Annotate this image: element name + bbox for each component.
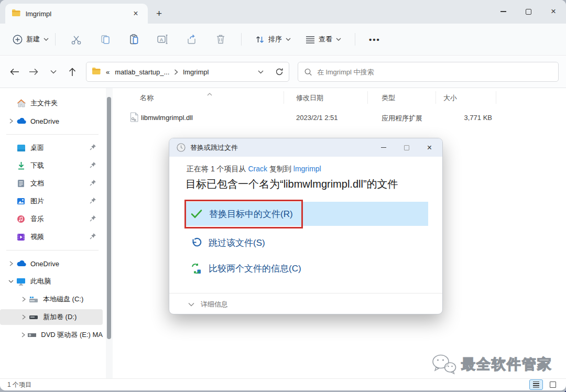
breadcrumb-overflow[interactable]: « [106, 68, 110, 76]
delete-button[interactable] [206, 29, 235, 50]
dialog-close-button[interactable]: × [427, 143, 432, 153]
sidebar-item-videos[interactable]: 视频 [0, 229, 103, 245]
sidebar-item-desktop[interactable]: 桌面 [0, 140, 103, 156]
column-divider[interactable] [436, 91, 436, 104]
forward-button[interactable] [25, 64, 42, 80]
sidebar-item-label: 音乐 [30, 214, 44, 224]
dvd-drive-icon [27, 332, 37, 337]
sort-button[interactable]: 排序 [248, 35, 298, 44]
sidebar-item-pictures[interactable]: 图片 [0, 193, 103, 209]
chevron-down-icon[interactable] [6, 280, 16, 284]
close-button[interactable]: × [541, 0, 566, 23]
column-header-modified[interactable]: 修改日期 [296, 93, 323, 103]
check-icon [191, 209, 202, 219]
chevron-down-icon [286, 38, 291, 41]
up-button[interactable] [64, 64, 81, 80]
sort-button-label: 排序 [268, 35, 282, 44]
drive-d-icon [28, 315, 39, 320]
minimize-button[interactable] [491, 0, 516, 23]
sidebar-item-documents[interactable]: 文档 [0, 176, 103, 191]
dialog-headline: 目标已包含一个名为“libmwlmgrimpl.dll”的文件 [186, 177, 398, 191]
toolbar-divider [241, 33, 242, 46]
recent-locations-button[interactable] [45, 64, 62, 80]
column-divider[interactable] [496, 91, 496, 104]
search-box[interactable] [298, 62, 559, 82]
chevron-right-icon[interactable] [6, 261, 16, 266]
share-button[interactable] [177, 29, 206, 50]
sidebar-scrollbar[interactable] [106, 88, 113, 378]
back-button[interactable] [6, 64, 23, 80]
new-button[interactable]: 新建 [13, 35, 49, 45]
column-divider[interactable] [367, 91, 368, 104]
sidebar-item-onedrive[interactable]: OneDrive [0, 113, 103, 129]
column-header-type[interactable]: 类型 [382, 93, 395, 103]
plus-circle-icon [13, 35, 23, 45]
rename-button[interactable]: A [148, 29, 177, 50]
sidebar-item-onedrive-2[interactable]: OneDrive [0, 256, 103, 271]
column-header-size[interactable]: 大小 [443, 93, 457, 103]
sidebar-item-local-disk-c[interactable]: 本地磁盘 (C:) [0, 291, 103, 307]
toolbar-divider [55, 33, 56, 46]
replace-file-option[interactable]: 替换目标中的文件(R) [186, 202, 428, 226]
compare-icon [191, 263, 202, 274]
screen: lmgrimpl × + × 新建 [0, 0, 566, 392]
sort-ascending-icon [207, 89, 212, 98]
sidebar-item-label: 主文件夹 [30, 99, 58, 108]
dialog-controls: × [381, 143, 432, 153]
pin-icon [90, 161, 96, 170]
copy-dest-link[interactable]: lmgrimpl [293, 165, 321, 173]
rename-icon: A [157, 35, 169, 44]
paste-button[interactable] [119, 29, 148, 50]
navigation-bar: « matlab_startup_... lmgrimpl [0, 56, 566, 88]
skip-file-option[interactable]: 跳过该文件(S) [186, 234, 265, 251]
cut-button[interactable] [62, 29, 91, 50]
scrollbar-thumb[interactable] [107, 97, 111, 339]
details-label: 详细信息 [201, 300, 228, 309]
skip-option-label: 跳过该文件(S) [209, 237, 265, 249]
dialog-maximize-button[interactable] [404, 145, 409, 150]
search-icon [304, 68, 312, 76]
status-bar: 1 个项目 [0, 378, 566, 390]
details-expander[interactable]: 详细信息 [169, 293, 442, 314]
sidebar-item-label: OneDrive [30, 260, 59, 268]
chevron-right-icon[interactable] [19, 314, 28, 320]
sidebar-item-music[interactable]: 音乐 [0, 211, 103, 227]
chevron-right-icon[interactable] [19, 297, 28, 302]
new-tab-button[interactable]: + [156, 8, 162, 19]
tab-close-icon[interactable]: × [130, 9, 142, 18]
refresh-icon[interactable] [275, 68, 284, 76]
file-size: 3,771 KB [434, 114, 492, 122]
file-row[interactable]: libmwlmgrimpl.dll 2023/2/1 2:51 应用程序扩展 3… [113, 110, 566, 127]
sidebar-item-home[interactable]: 主文件夹 [0, 95, 103, 111]
chevron-right-icon[interactable] [19, 332, 27, 337]
search-input[interactable] [317, 68, 552, 76]
copy-source-link[interactable]: Crack [248, 165, 267, 173]
compare-files-option[interactable]: 比较两个文件的信息(C) [186, 260, 301, 277]
pin-icon [90, 197, 96, 206]
address-bar[interactable]: « matlab_startup_... lmgrimpl [86, 62, 289, 82]
details-view-button[interactable] [529, 379, 543, 390]
sidebar-item-downloads[interactable]: 下载 [0, 158, 103, 173]
sidebar-item-new-volume-d[interactable]: 新加卷 (D:) [0, 309, 103, 325]
dialog-minimize-button[interactable] [381, 147, 386, 148]
dialog-titlebar: 替换或跳过文件 × [169, 138, 442, 157]
breadcrumb-current[interactable]: lmgrimpl [183, 68, 209, 76]
dialog-title: 替换或跳过文件 [190, 143, 381, 153]
maximize-button[interactable] [516, 0, 541, 23]
sidebar-item-label: 下载 [30, 161, 44, 170]
copy-button[interactable] [91, 29, 119, 50]
column-header-name[interactable]: 名称 [140, 93, 154, 103]
more-options-button[interactable]: ••• [362, 35, 388, 44]
column-divider[interactable] [284, 91, 284, 104]
tab-lmgrimpl[interactable]: lmgrimpl × [5, 4, 148, 24]
wechat-logo-icon [431, 353, 457, 375]
view-button[interactable]: 查看 [298, 35, 349, 44]
chevron-right-icon[interactable] [6, 118, 16, 124]
address-dropdown-icon[interactable] [258, 70, 264, 74]
sidebar-item-label: 图片 [30, 197, 44, 206]
sidebar-item-dvd-drive-e[interactable]: DVD 驱动器 (E:) MA [0, 327, 103, 343]
sidebar-item-this-pc[interactable]: 此电脑 [0, 274, 103, 289]
breadcrumb-parent[interactable]: matlab_startup_... [115, 68, 169, 76]
window-controls: × [491, 0, 566, 23]
clock-icon [177, 143, 186, 152]
